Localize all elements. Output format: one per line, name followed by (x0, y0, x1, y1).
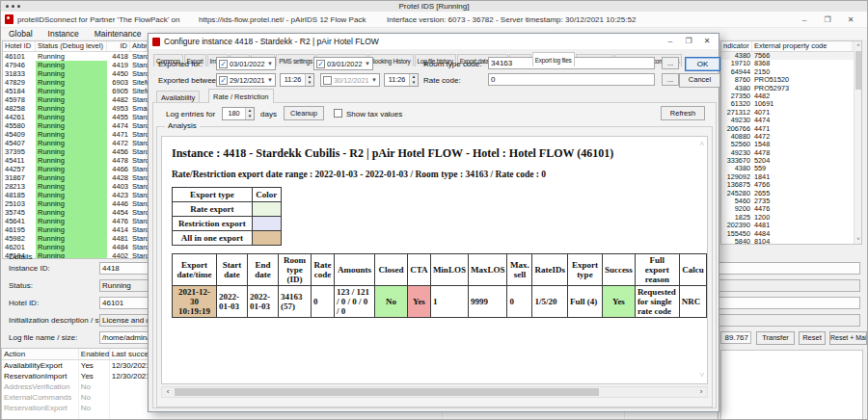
spinner-arrows[interactable]: ▲ ▼ (409, 74, 418, 86)
hotel-row[interactable]: 28213Running4403Stardekk (3, 182, 148, 191)
indicator-row[interactable]: 4380PRO52973 (721, 85, 861, 92)
checkbox-unchecked-icon[interactable] (323, 76, 332, 85)
reset-mail-button[interactable]: Reset + Mail (829, 331, 867, 345)
scroll-down-icon[interactable]: ˅ (854, 235, 862, 244)
room-type-browse-button[interactable]: ... (662, 57, 679, 69)
indicator-row[interactable]: 2067664471 (721, 125, 861, 133)
hotel-row[interactable]: 48185Running4423Stardekk (3, 191, 148, 199)
indicator-row[interactable]: 525601548 (721, 141, 861, 148)
hotel-row[interactable]: 45407Running4472Stardekk (3, 139, 148, 147)
indicator-row[interactable]: 1554504484 (721, 230, 861, 238)
tab-pms-settings[interactable]: PMS settings (276, 54, 315, 66)
indicator-row[interactable]: 1290921841 (721, 173, 861, 181)
log-entries-days-spinner[interactable]: 180 ▲ ▼ (222, 107, 255, 120)
menu-item-maintenance[interactable]: Maintenance (87, 28, 149, 39)
indicator-row[interactable]: 492304474 (721, 117, 861, 124)
hotel-row[interactable]: 46195Running4414Stardekk (3, 225, 148, 234)
chevron-down-icon[interactable]: ▼ (267, 77, 275, 83)
menu-item-instance[interactable]: Instance (41, 28, 87, 39)
hotel-row[interactable]: 47946Running4419Stardekk (3, 61, 148, 69)
transfer-button[interactable]: Transfer (756, 331, 795, 345)
exported-between-date1-combo[interactable]: ✓ 29/12/2021 ▼ (216, 73, 276, 87)
indicator-row[interactable]: 43807566 (721, 52, 861, 60)
hotel-row[interactable]: 47829Running6903SiteMind (3, 78, 148, 87)
rate-code-browse-button[interactable]: ... (662, 73, 679, 86)
indicator-row[interactable]: 273504482 (721, 92, 861, 100)
hotel-row[interactable]: 46201Running4484Stardekk (3, 243, 148, 251)
spinner-down-icon[interactable]: ▼ (246, 114, 254, 119)
hotel-row[interactable]: 45409Running4471Stardekk (3, 130, 148, 139)
analysis-horizontal-scrollbar[interactable]: ‹ › (161, 386, 708, 398)
spinner-arrows[interactable]: ▲ ▼ (245, 108, 254, 119)
column-header-id[interactable]: ID (107, 41, 130, 51)
scroll-up-icon[interactable]: ˄ (699, 141, 704, 148)
hotel-row[interactable]: 25103Running4446Stardekk (3, 199, 148, 208)
spinner-down-icon[interactable]: ▼ (306, 80, 313, 86)
spinner-arrows[interactable]: ▲ ▼ (305, 74, 313, 86)
checkbox-checked-icon[interactable]: ✓ (219, 76, 228, 85)
checkbox-checked-icon[interactable]: ✓ (219, 60, 228, 68)
indicator-row[interactable]: 408804472 (721, 133, 861, 141)
chevron-down-icon[interactable]: ▼ (267, 61, 275, 66)
hotel-row[interactable]: 37395Running4456Stardekk (3, 147, 148, 156)
indicator-row[interactable]: 1368754766 (721, 181, 861, 189)
exported-for-date2-combo[interactable]: ✓ 03/01/2022 ▼ (313, 57, 373, 70)
close-icon[interactable]: ✕ (842, 13, 859, 26)
indicator-row[interactable]: 2713124071 (721, 109, 861, 117)
hotel-row[interactable]: 31867Running4428Stardekk (3, 173, 148, 182)
chevron-down-icon[interactable]: ▼ (365, 61, 372, 66)
close-icon[interactable]: ✕ (699, 36, 715, 47)
indicator-row[interactable]: 58408104 (721, 238, 861, 245)
column-header-ndicator[interactable]: ndicator (721, 41, 752, 51)
subtab-rate-restriction[interactable]: Rate / Restriction (208, 89, 274, 103)
refresh-button[interactable]: Refresh (661, 106, 705, 120)
indicator-row[interactable]: 8760PRO51520 (721, 76, 861, 84)
indicator-row[interactable]: 492304478 (721, 149, 861, 157)
hotel-row[interactable]: 35745Running4454Stardekk (3, 208, 148, 217)
vertical-scrollbar[interactable]: ˄˅ (854, 41, 861, 244)
column-header-status-debug-level[interactable]: Status (Debug level) (36, 41, 107, 51)
indicator-row[interactable]: 4380559 (721, 165, 861, 172)
column-header-abbrevia[interactable]: Abbrevia (130, 41, 148, 51)
spinner-down-icon[interactable]: ▼ (410, 80, 418, 86)
menu-item-global[interactable]: Global (1, 28, 41, 39)
hotel-row[interactable]: 45411Running4478Stardekk (3, 156, 148, 165)
scroll-left-icon[interactable]: ‹ (162, 387, 174, 397)
chevron-down-icon[interactable]: ▼ (371, 77, 379, 83)
hotel-row[interactable]: 45641Running4476Stardekk (3, 217, 148, 225)
column-header-enabled[interactable]: Enabled (79, 349, 110, 359)
scrollbar-thumb[interactable] (175, 388, 599, 396)
show-tax-checkbox[interactable] (334, 109, 342, 118)
column-header-external-property-code[interactable]: External property code (752, 41, 853, 51)
maximize-icon[interactable]: ❐ (681, 36, 696, 47)
indicator-row[interactable]: 3336705204 (721, 157, 861, 165)
restore-icon[interactable]: ❐ (819, 13, 836, 26)
hotel-row[interactable]: 44257Running4466Stardekk (3, 165, 148, 173)
hotel-row[interactable]: 45580Running4474Stardekk (3, 121, 148, 130)
cancel-button[interactable]: Cancel (679, 73, 720, 88)
hotel-row[interactable]: 45982Running4481Stardekk (3, 234, 148, 243)
scroll-up-icon[interactable]: ˄ (854, 41, 862, 50)
exported-between-time1-spinner[interactable]: 11:26 ▲ ▼ (280, 73, 314, 87)
tab-export-log-files[interactable]: Export log files (532, 52, 575, 66)
checkbox-checked-icon[interactable]: ✓ (316, 60, 325, 68)
scrollbar-thumb[interactable] (855, 51, 861, 90)
hotel-row[interactable]: 45184Running6905SiteMind (3, 87, 148, 95)
indicator-row[interactable]: 2023904481 (721, 222, 861, 229)
minimize-icon[interactable]: – (663, 36, 678, 47)
indicator-row[interactable]: 18251200 (721, 214, 861, 222)
tab-booking-history[interactable]: Booking History (368, 54, 414, 66)
indicator-row[interactable]: 2452802655 (721, 190, 861, 197)
scroll-down-icon[interactable]: ˅ (699, 372, 704, 380)
indicator-row[interactable]: 649442150 (721, 68, 861, 76)
hotel-row[interactable]: 31833Running4450Stardekk (3, 69, 148, 78)
exported-between-time2-spinner[interactable]: 11:26 ▲ ▼ (384, 73, 419, 87)
hotel-row[interactable]: 44261Running4455Stardekk (3, 113, 148, 121)
reset-button[interactable]: Reset (799, 331, 826, 345)
indicator-row[interactable]: 6132010691 (721, 100, 861, 108)
hotel-row[interactable]: 46101Running4418Stardekk (3, 52, 148, 61)
cleanup-button[interactable]: Cleanup (284, 106, 324, 120)
indicator-row[interactable]: 92004476 (721, 205, 861, 213)
column-header-hotel-id[interactable]: Hotel ID (3, 41, 36, 51)
indicator-row[interactable]: 197108368 (721, 60, 861, 67)
